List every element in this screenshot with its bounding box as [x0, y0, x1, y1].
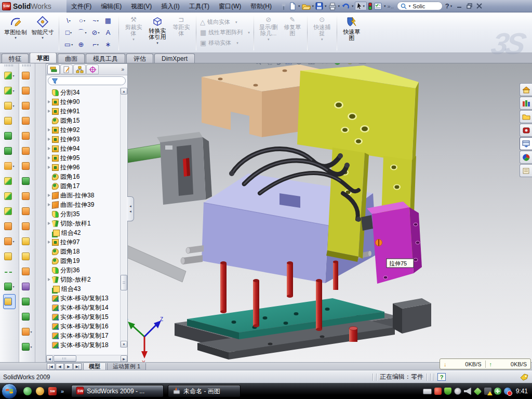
- tab-nav-button[interactable]: ◀: [56, 363, 64, 370]
- feature-tree-item[interactable]: 组合42: [46, 228, 120, 237]
- toolbar-button[interactable]: ▾: [4, 234, 14, 249]
- quick-launch-more[interactable]: »: [61, 388, 64, 394]
- expand-arrow-icon[interactable]: [48, 156, 50, 159]
- taskbar-clock[interactable]: 9:41: [516, 388, 528, 395]
- search-scope-dropdown[interactable]: ▾: [409, 4, 411, 8]
- toolbar-grip[interactable]: [5, 64, 14, 66]
- file-explorer-tab[interactable]: [520, 110, 532, 123]
- part-gray-block[interactable]: [157, 132, 212, 205]
- expand-arrow-icon[interactable]: [48, 166, 50, 169]
- toolbar-button[interactable]: ▾: [22, 204, 32, 219]
- feature-tree-item[interactable]: 圆角15: [46, 116, 120, 125]
- tab-nav-button[interactable]: |◀: [47, 363, 55, 370]
- command-tab[interactable]: 草图: [30, 52, 57, 63]
- feature-tree-item[interactable]: 拉伸94: [46, 144, 120, 153]
- feature-tree-item[interactable]: 拉伸93: [46, 135, 120, 144]
- menu-item[interactable]: 工具(T): [184, 0, 214, 12]
- toolbar-button[interactable]: ▾: [22, 324, 32, 339]
- toolbar-button[interactable]: ▾: [22, 113, 32, 128]
- scroll-thumb[interactable]: [54, 355, 76, 362]
- toolbar-button[interactable]: ▾: [22, 234, 32, 249]
- toolbar-button[interactable]: ▾: [4, 279, 14, 294]
- mirror-entities-button[interactable]: △镜向实体▾: [199, 18, 251, 26]
- feature-tree-item[interactable]: 分割35: [46, 209, 120, 219]
- sketch-entity-button[interactable]: ⌐▾: [89, 38, 102, 50]
- feature-tree-item[interactable]: 实体-移动/复制16: [46, 322, 120, 331]
- part-red-cylinder[interactable]: [349, 327, 357, 342]
- undo-icon[interactable]: [341, 2, 351, 11]
- command-tab[interactable]: 模具工具: [86, 54, 125, 63]
- toolbar-button[interactable]: ▾: [22, 128, 32, 143]
- toolbar-button[interactable]: ▾: [22, 83, 32, 98]
- select-tool[interactable]: ▾: [355, 2, 367, 10]
- toolbar-button[interactable]: ▾: [4, 98, 14, 113]
- toolbar-button[interactable]: ▾: [22, 219, 32, 234]
- feature-tree-item[interactable]: 曲面-拉伸38: [46, 191, 120, 200]
- feature-tree-item[interactable]: 实体-移动/复制17: [46, 331, 120, 340]
- tag-icon[interactable]: [520, 373, 529, 381]
- quick-launch-messenger-icon[interactable]: [23, 387, 32, 395]
- taskbar-window-paint[interactable]: 未命名 - 画图: [168, 385, 241, 397]
- command-tab[interactable]: DimXpert: [154, 54, 195, 63]
- toolbar-button[interactable]: ▾: [22, 158, 32, 174]
- feature-tree-item[interactable]: 分割34: [46, 88, 120, 97]
- toolbar-button[interactable]: ▾: [4, 219, 14, 234]
- toolbar-button[interactable]: ▾: [22, 174, 32, 189]
- feature-tree-item[interactable]: 圆角17: [46, 181, 120, 191]
- restore-button[interactable]: [467, 3, 472, 9]
- toolbar-button[interactable]: ▾: [3, 294, 15, 309]
- more-tools-label[interactable]: »..: [387, 3, 394, 10]
- tray-icon[interactable]: [494, 388, 501, 395]
- expand-arrow-icon[interactable]: [48, 203, 50, 206]
- toolbar-button[interactable]: ▾: [22, 339, 32, 354]
- menu-item[interactable]: 视图(V): [126, 0, 156, 12]
- sketch-entity-button[interactable]: ⊘▾: [89, 26, 102, 38]
- toolbar-button[interactable]: ▾: [22, 294, 32, 309]
- menu-item[interactable]: 帮助(H): [246, 0, 276, 12]
- save-icon[interactable]: [315, 2, 324, 11]
- feature-tree-item[interactable]: 切除-放样1: [46, 219, 120, 228]
- sketch-entity-button[interactable]: ○▾: [75, 15, 89, 26]
- tab-nav-button[interactable]: ▶|: [73, 363, 82, 370]
- toolbar-button[interactable]: ▾: [4, 83, 14, 98]
- tray-icon[interactable]: [464, 388, 471, 395]
- expand-arrow-icon[interactable]: [48, 128, 50, 131]
- command-tab[interactable]: 评估: [126, 54, 153, 63]
- resources-tab[interactable]: [520, 83, 532, 96]
- new-document-icon[interactable]: [288, 2, 297, 11]
- sketch-entity-button[interactable]: A▾: [102, 26, 116, 38]
- toolbar-button[interactable]: ▾: [4, 128, 14, 143]
- appearances-tab[interactable]: [520, 151, 532, 164]
- toolbar-button[interactable]: ▾: [4, 143, 14, 158]
- part-magenta-block[interactable]: [367, 202, 422, 284]
- feature-tree-item[interactable]: 分割36: [46, 265, 120, 275]
- search-input[interactable]: ▾ Solic: [397, 2, 443, 10]
- open-icon[interactable]: [301, 2, 311, 11]
- tray-icon[interactable]: [444, 388, 451, 395]
- taskbar-window-solidworks[interactable]: SW SolidWorks 2009 - ...: [71, 385, 164, 397]
- quick-launch-launcher-icon[interactable]: [36, 387, 44, 395]
- feature-tree-item[interactable]: 切除-放样2: [46, 275, 120, 284]
- view-palette-tab[interactable]: [520, 137, 532, 150]
- convert-entities-button[interactable]: 转换实体引用 ▾: [145, 14, 169, 51]
- feature-tree-item[interactable]: 实体-移动/复制14: [46, 303, 120, 312]
- minimize-button[interactable]: [457, 3, 462, 9]
- feature-tree-item[interactable]: 拉伸92: [46, 125, 120, 135]
- quick-launch-solidworks-icon[interactable]: SW: [48, 387, 57, 395]
- configuration-manager-tab[interactable]: [73, 64, 86, 74]
- toolbar-button[interactable]: ▾: [22, 189, 32, 204]
- feature-manager-tab[interactable]: [47, 64, 60, 74]
- expand-arrow-icon[interactable]: [48, 241, 50, 244]
- tree-vertical-scrollbar[interactable]: ▲ ▼: [120, 88, 127, 348]
- custom-properties-tab[interactable]: [520, 164, 532, 177]
- command-tab[interactable]: 曲面: [58, 54, 85, 63]
- start-button[interactable]: [2, 383, 17, 399]
- design-checker-icon[interactable]: [374, 2, 383, 11]
- sketch-button[interactable]: 草图绘制 ▾: [2, 14, 29, 51]
- panel-splitter-handle[interactable]: ◂◂: [127, 196, 134, 221]
- linear-sketch-pattern-button[interactable]: ▦线性草图阵列▾: [199, 28, 251, 37]
- toolbar-button[interactable]: ▾: [4, 158, 14, 174]
- display-delete-relations-button[interactable]: ⊘ 显示/删除几... ▾: [257, 14, 281, 51]
- feature-tree-item[interactable]: 实体-移动/复制15: [46, 312, 120, 322]
- feature-tree-item[interactable]: 圆角18: [46, 247, 120, 256]
